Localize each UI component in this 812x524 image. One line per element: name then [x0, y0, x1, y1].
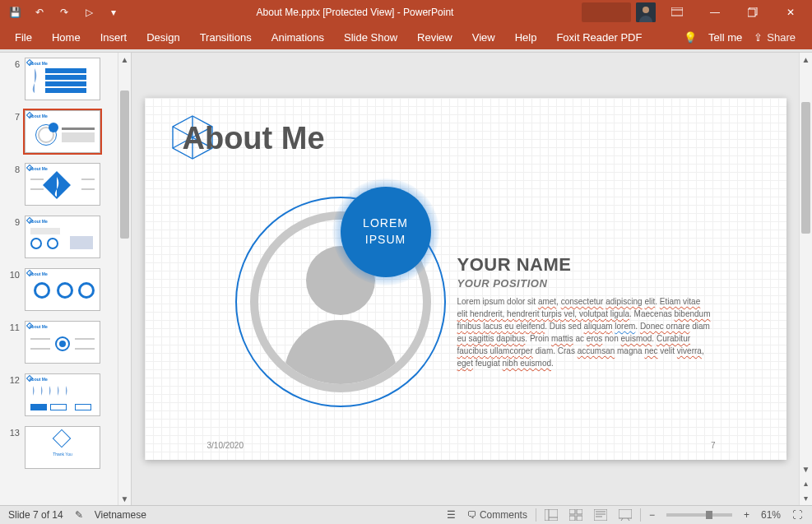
notes-icon: ☰ — [447, 509, 456, 521]
scrollbar-thumb[interactable] — [801, 102, 810, 234]
svg-rect-10 — [569, 509, 575, 514]
thumb-number: 13 — [8, 426, 20, 469]
slide-sorter-view-button[interactable] — [564, 506, 587, 524]
reading-view-button[interactable] — [589, 506, 612, 524]
thumb-number: 7 — [8, 110, 20, 153]
zoom-out-button[interactable]: − — [644, 506, 660, 524]
thumbnail-slide-10[interactable]: 10 About Me — [0, 263, 118, 316]
close-button[interactable]: ✕ — [774, 0, 807, 25]
badge-line2: IPSUM — [363, 232, 408, 248]
user-avatar[interactable] — [636, 2, 656, 22]
svg-point-1 — [643, 7, 649, 13]
notes-button[interactable]: ☰ — [442, 506, 461, 524]
user-name-area[interactable] — [582, 2, 631, 22]
slide-date-footer[interactable]: 3/10/2020 — [207, 441, 244, 450]
svg-rect-12 — [569, 516, 575, 521]
slide-thumbnail-panel: 6 About Me 7 About Me 8 About Me — [0, 53, 132, 505]
share-button[interactable]: ⇪ Share — [754, 31, 796, 44]
tab-transitions[interactable]: Transitions — [190, 25, 262, 49]
zoom-in-button[interactable]: + — [739, 506, 754, 524]
thumbnail-list: 6 About Me 7 About Me 8 About Me — [0, 53, 118, 505]
share-label: Share — [767, 31, 796, 44]
title-bar-right: — ✕ — [582, 0, 812, 25]
status-bar: Slide 7 of 14 ✎ Vietnamese ☰ 🗨 Comments … — [0, 505, 812, 524]
share-icon: ⇪ — [754, 31, 763, 44]
tab-file[interactable]: File — [5, 25, 42, 49]
thumbnail-slide-12[interactable]: 12 About Me — [0, 369, 118, 421]
normal-view-button[interactable] — [540, 506, 563, 524]
slide-editor-area: About Me LOREMIPSUM YOUR NAME YOUR POSIT… — [132, 53, 812, 505]
slideshow-view-button[interactable] — [614, 506, 637, 524]
thumb-number: 8 — [8, 163, 20, 206]
zoom-level[interactable]: 61% — [756, 506, 786, 524]
thumbnail-slide-8[interactable]: 8 About Me — [0, 158, 118, 211]
scroll-up-icon[interactable]: ▲ — [800, 53, 812, 66]
save-icon[interactable]: 💾 — [8, 6, 21, 19]
svg-rect-2 — [671, 7, 683, 16]
document-title: About Me.pptx [Protected View] - PowerPo… — [128, 7, 582, 18]
fit-to-window-button[interactable]: ⛶ — [787, 506, 807, 524]
start-from-beginning-icon[interactable]: ▷ — [82, 6, 95, 19]
lorem-badge[interactable]: LOREMIPSUM — [341, 187, 431, 277]
scroll-down-icon[interactable]: ▼ — [800, 462, 812, 475]
thumb-number: 11 — [8, 321, 20, 364]
tab-slideshow[interactable]: Slide Show — [334, 25, 407, 49]
thumbnails-scrollbar[interactable]: ▲ ▼ — [118, 53, 131, 505]
comments-button[interactable]: 🗨 Comments — [462, 506, 532, 524]
language-indicator[interactable]: Vietnamese — [95, 509, 146, 521]
tab-review[interactable]: Review — [407, 25, 462, 49]
tab-view[interactable]: View — [462, 25, 505, 49]
spell-check-icon[interactable]: ✎ — [75, 509, 83, 521]
svg-rect-14 — [594, 509, 607, 521]
thumb-number: 9 — [8, 216, 20, 258]
quick-access-toolbar: 💾 ↶ ↷ ▷ ▾ — [0, 0, 128, 25]
thumb-number: 10 — [8, 268, 20, 311]
slide-number-footer[interactable]: 7 — [711, 441, 716, 450]
thumbnail-slide-13[interactable]: 13 Thank You — [0, 421, 118, 474]
svg-rect-13 — [577, 516, 582, 521]
name-placeholder[interactable]: YOUR NAME — [457, 254, 572, 276]
tab-animations[interactable]: Animations — [262, 25, 334, 49]
tab-insert[interactable]: Insert — [90, 25, 137, 49]
svg-rect-5 — [748, 9, 755, 16]
tab-home[interactable]: Home — [42, 25, 90, 49]
tab-design[interactable]: Design — [137, 25, 189, 49]
restore-button[interactable] — [736, 0, 769, 25]
thumbnail-slide-7[interactable]: 7 About Me — [0, 105, 118, 158]
svg-rect-15 — [619, 509, 632, 518]
editor-vertical-scrollbar[interactable]: ▲ ▼ ▴ ▾ — [799, 53, 812, 505]
slide-counter[interactable]: Slide 7 of 14 — [8, 509, 63, 521]
divider — [640, 508, 641, 522]
body-text-placeholder[interactable]: Lorem ipsum dolor sit amet, consectetur … — [457, 295, 712, 369]
previous-slide-button[interactable]: ▴ — [800, 475, 812, 490]
slide-title-text[interactable]: About Me — [183, 121, 325, 156]
tab-foxit[interactable]: Foxit Reader PDF — [546, 25, 652, 49]
title-bar: 💾 ↶ ↷ ▷ ▾ About Me.pptx [Protected View]… — [0, 0, 812, 25]
scroll-up-icon[interactable]: ▲ — [118, 53, 131, 66]
thumbnail-slide-9[interactable]: 9 About Me — [0, 211, 118, 263]
minimize-button[interactable]: — — [698, 0, 731, 25]
slide-canvas-viewport[interactable]: About Me LOREMIPSUM YOUR NAME YOUR POSIT… — [132, 53, 799, 505]
ribbon-display-options-icon[interactable] — [661, 0, 694, 25]
tab-help[interactable]: Help — [505, 25, 547, 49]
svg-rect-7 — [545, 509, 558, 521]
thumbnail-slide-6[interactable]: 6 About Me — [0, 53, 118, 105]
redo-icon[interactable]: ↷ — [58, 6, 71, 19]
scrollbar-thumb[interactable] — [120, 90, 129, 239]
comments-icon: 🗨 — [467, 509, 477, 521]
position-placeholder[interactable]: YOUR POSITION — [457, 277, 548, 290]
workspace: 6 About Me 7 About Me 8 About Me — [0, 53, 812, 505]
zoom-slider-thumb[interactable] — [706, 511, 712, 519]
ribbon-tabs: File Home Insert Design Transitions Anim… — [0, 25, 812, 49]
svg-rect-11 — [577, 509, 582, 514]
tell-me-search[interactable]: Tell me — [708, 31, 742, 44]
scroll-down-icon[interactable]: ▼ — [118, 492, 131, 505]
thumb-number: 6 — [8, 58, 20, 100]
undo-icon[interactable]: ↶ — [33, 6, 46, 19]
qat-customize-icon[interactable]: ▾ — [107, 6, 120, 19]
badge-line1: LOREM — [363, 216, 408, 232]
next-slide-button[interactable]: ▾ — [800, 490, 812, 505]
slide-canvas[interactable]: About Me LOREMIPSUM YOUR NAME YOUR POSIT… — [145, 98, 786, 460]
zoom-slider[interactable] — [666, 513, 732, 517]
thumbnail-slide-11[interactable]: 11 About Me — [0, 316, 118, 369]
